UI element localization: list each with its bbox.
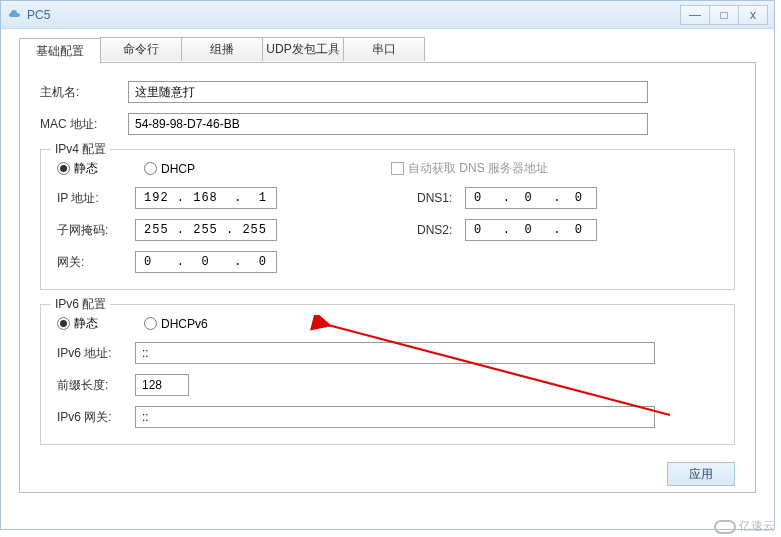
watermark: 亿速云: [714, 518, 775, 535]
cloud-icon: [714, 520, 736, 534]
ipv4-dhcp-radio-group[interactable]: DHCP: [144, 162, 195, 176]
app-icon: [7, 7, 23, 23]
ipv6-fieldset: IPv6 配置 静态 DHCPv6 IPv6 地址: 前缀长: [40, 304, 735, 445]
mask-label: 子网掩码:: [57, 222, 135, 239]
window-controls: — □ x: [681, 5, 768, 25]
content-area: 基础配置 命令行 组播 UDP发包工具 串口 主机名: MAC 地址: IPv4…: [1, 29, 774, 501]
ipv6-prefix-input[interactable]: [135, 374, 189, 396]
ipv6-dhcp-radio[interactable]: [144, 317, 157, 330]
dns1-input[interactable]: [465, 187, 597, 209]
tab-multicast[interactable]: 组播: [181, 37, 263, 61]
tab-basic[interactable]: 基础配置: [19, 38, 101, 63]
dns2-input[interactable]: [465, 219, 597, 241]
app-window: PC5 — □ x 基础配置 命令行 组播 UDP发包工具 串口 主机名: MA…: [0, 0, 775, 530]
ipv6-addr-input[interactable]: [135, 342, 655, 364]
dns2-label: DNS2:: [417, 223, 465, 237]
ipv6-dhcp-label: DHCPv6: [161, 317, 208, 331]
ipv4-static-radio[interactable]: [57, 162, 70, 175]
close-button[interactable]: x: [738, 5, 768, 25]
ipv6-static-radio[interactable]: [57, 317, 70, 330]
tab-cmdline[interactable]: 命令行: [100, 37, 182, 61]
ipv4-legend: IPv4 配置: [51, 141, 110, 158]
ipv4-dhcp-radio[interactable]: [144, 162, 157, 175]
watermark-text: 亿速云: [739, 518, 775, 535]
mask-input[interactable]: [135, 219, 277, 241]
footer: 应用: [667, 462, 735, 486]
mac-label: MAC 地址:: [40, 116, 128, 133]
ipv6-prefix-label: 前缀长度:: [57, 377, 135, 394]
ipv6-dhcp-radio-group[interactable]: DHCPv6: [144, 317, 208, 331]
ip-label: IP 地址:: [57, 190, 135, 207]
mac-input[interactable]: [128, 113, 648, 135]
ipv6-static-label: 静态: [74, 315, 98, 332]
ipv6-static-radio-group[interactable]: 静态: [57, 315, 98, 332]
ipv6-addr-label: IPv6 地址:: [57, 345, 135, 362]
auto-dns-group[interactable]: 自动获取 DNS 服务器地址: [391, 160, 548, 177]
tab-udp[interactable]: UDP发包工具: [262, 37, 344, 61]
ipv4-static-radio-group[interactable]: 静态: [57, 160, 98, 177]
ipv4-static-label: 静态: [74, 160, 98, 177]
hostname-input[interactable]: [128, 81, 648, 103]
title-bar: PC5 — □ x: [1, 1, 774, 29]
tab-panel-basic: 主机名: MAC 地址: IPv4 配置 静态 DHCP: [19, 63, 756, 493]
ipv4-fieldset: IPv4 配置 静态 DHCP 自动获取 DNS 服务器地址: [40, 149, 735, 290]
tab-strip: 基础配置 命令行 组播 UDP发包工具 串口: [19, 37, 756, 63]
minimize-button[interactable]: —: [680, 5, 710, 25]
ipv6-legend: IPv6 配置: [51, 296, 110, 313]
tab-serial[interactable]: 串口: [343, 37, 425, 61]
ipv6-gateway-input[interactable]: [135, 406, 655, 428]
apply-button[interactable]: 应用: [667, 462, 735, 486]
window-title: PC5: [27, 8, 681, 22]
ipv4-dhcp-label: DHCP: [161, 162, 195, 176]
auto-dns-checkbox[interactable]: [391, 162, 404, 175]
gateway-label: 网关:: [57, 254, 135, 271]
auto-dns-label: 自动获取 DNS 服务器地址: [408, 160, 548, 177]
ipv6-gateway-label: IPv6 网关:: [57, 409, 135, 426]
maximize-button[interactable]: □: [709, 5, 739, 25]
gateway-input[interactable]: [135, 251, 277, 273]
hostname-label: 主机名:: [40, 84, 128, 101]
dns1-label: DNS1:: [417, 191, 465, 205]
ip-input[interactable]: [135, 187, 277, 209]
